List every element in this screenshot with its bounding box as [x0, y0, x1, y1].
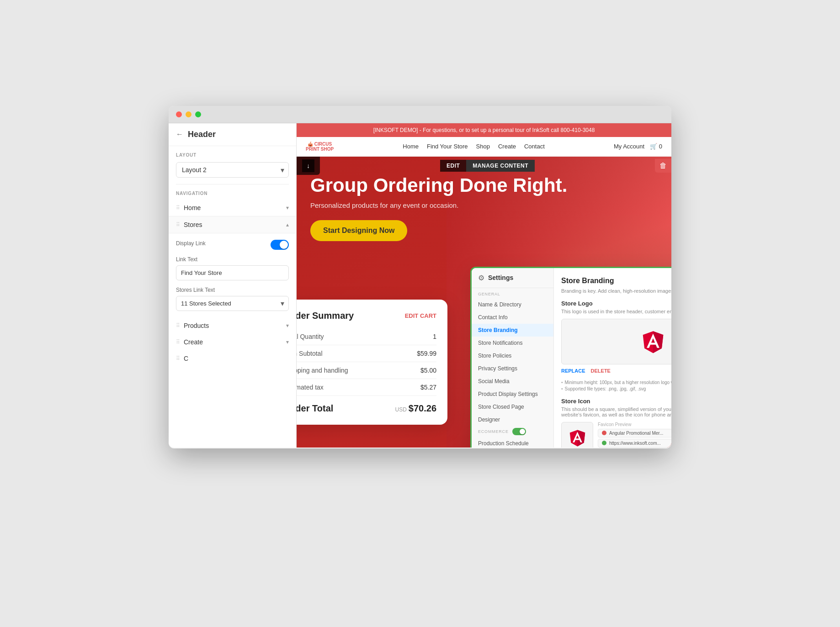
favicon-preview: Favicon Preview Angular Promotional Mer.… — [598, 422, 671, 448]
logo-preview-box — [561, 319, 671, 364]
order-subtotal-label: Item Subtotal — [297, 350, 323, 357]
svg-marker-1 — [653, 331, 663, 353]
angular-logo-image — [639, 328, 667, 355]
nav-item-create-label: Create — [184, 338, 203, 346]
close-dot[interactable] — [176, 111, 182, 117]
branding-logo-actions: REPLACE DELETE — [561, 368, 671, 374]
order-subtotal-value: $59.99 — [417, 350, 436, 357]
favicon-dot-green — [602, 441, 606, 445]
announcement-text: [INKSOFT DEMO] - For questions, or to se… — [373, 127, 595, 133]
branding-nav-designer[interactable]: Designer — [472, 413, 553, 426]
favicon-preview-label: Favicon Preview — [598, 422, 671, 427]
order-shipping-value: $5.00 — [420, 367, 436, 374]
nav-link-contact[interactable]: Contact — [524, 143, 545, 150]
store-logo-section-title: Store Logo — [561, 300, 671, 307]
branding-panel-inner: ⚙ Settings GENERAL Name & Directory Cont… — [472, 268, 671, 448]
nav-item-home[interactable]: ⠿ Home ▾ — [169, 200, 296, 216]
order-summary-panel: Order Summary EDIT CART Total Quantity 1… — [297, 300, 447, 425]
mac-window: ← Header LAYOUT Layout 2 Layout 1 Layout… — [169, 106, 671, 448]
branding-nav-privacy-settings[interactable]: Privacy Settings — [472, 362, 553, 375]
branding-main-title: Store Branding — [561, 277, 614, 285]
display-link-label: Display Link — [176, 240, 206, 247]
drag-handle-create: ⠿ — [176, 339, 180, 345]
nav-link-shop[interactable]: Shop — [476, 143, 490, 150]
order-tax-label: Estimated tax — [297, 384, 324, 391]
stores-link-text-select[interactable]: 11 Stores Selected — [176, 296, 289, 311]
nav-item-products[interactable]: ⠿ Products ▾ — [169, 317, 296, 334]
announcement-bar: [INKSOFT DEMO] - For questions, or to se… — [297, 123, 671, 137]
branding-nav-product-display[interactable]: Product Display Settings — [472, 388, 553, 400]
nav-item-home-left: ⠿ Home — [176, 204, 201, 211]
order-shipping-label: Shipping and handling — [297, 367, 348, 374]
favicon-dot-red — [602, 431, 606, 435]
branding-nav-store-notifications[interactable]: Store Notifications — [472, 337, 553, 349]
hero-cta-button[interactable]: Start Designing Now — [310, 220, 407, 241]
nav-item-stores-left: ⠿ Stores — [176, 221, 202, 228]
branding-nav-production-schedule[interactable]: Production Schedule — [472, 437, 553, 448]
my-account-link[interactable]: My Account — [614, 143, 644, 150]
order-total-amount: $70.26 — [409, 403, 436, 413]
order-total-currency: USD — [395, 406, 406, 413]
store-nav-right: My Account 🛒 0 — [614, 143, 662, 150]
branding-nav-contact-info[interactable]: Contact Info — [472, 311, 553, 324]
nav-link-create[interactable]: Create — [498, 143, 516, 150]
store-logo-text: 🎪 CIRCUS — [306, 142, 334, 147]
icon-preview-area: Favicon Preview Angular Promotional Mer.… — [561, 422, 671, 448]
display-link-toggle[interactable] — [271, 240, 289, 250]
branding-nav-social-media[interactable]: Social Media — [472, 375, 553, 388]
branding-sidebar-header: ⚙ Settings — [472, 268, 553, 288]
branding-nav-store-closed[interactable]: Store Closed Page — [472, 400, 553, 413]
nav-item-c-label: C — [184, 355, 188, 362]
nav-item-stores[interactable]: ⠿ Stores ▴ — [169, 216, 296, 233]
nav-item-products-left: ⠿ Products — [176, 322, 209, 329]
order-summary-title: Order Summary — [297, 311, 354, 321]
drag-handle-c: ⠿ — [176, 355, 180, 362]
branding-nav-name-directory[interactable]: Name & Directory — [472, 298, 553, 311]
ecommerce-toggle[interactable] — [512, 428, 526, 435]
nav-item-products-label: Products — [184, 322, 209, 329]
edit-bar-center: EDIT MANAGE CONTENT — [440, 160, 535, 172]
sidebar: ← Header LAYOUT Layout 2 Layout 1 Layout… — [169, 123, 297, 448]
ecommerce-section: ECOMMERCE — [472, 426, 553, 437]
move-down-button[interactable]: ↓ — [302, 159, 314, 172]
back-button[interactable]: ← — [176, 130, 183, 138]
chevron-up-icon-stores: ▴ — [286, 221, 289, 228]
edit-button[interactable]: EDIT — [440, 160, 466, 172]
ecommerce-label: ECOMMERCE — [478, 429, 509, 434]
branding-nav-store-branding[interactable]: Store Branding — [472, 324, 553, 337]
general-section-label: GENERAL — [472, 288, 553, 298]
order-total-line: Order Total USD$70.26 — [297, 396, 436, 414]
minimize-dot[interactable] — [186, 111, 191, 117]
nav-link-home[interactable]: Home — [403, 143, 419, 150]
hero-subtitle: Personalized products for any event or o… — [310, 201, 658, 209]
hero-content: Group Ordering Done Right. Personalized … — [310, 175, 658, 241]
branding-main: Store Branding ? Help SAVE & PUBLISH Bra… — [554, 268, 671, 448]
branding-nav-store-policies[interactable]: Store Policies — [472, 349, 553, 362]
mac-titlebar — [169, 106, 671, 123]
delete-logo-link[interactable]: DELETE — [591, 368, 611, 374]
branding-main-header: Store Branding ? Help SAVE & PUBLISH — [561, 275, 671, 286]
chevron-down-icon-home: ▾ — [286, 205, 289, 211]
stores-select-wrapper: 11 Stores Selected ▾ — [176, 296, 289, 311]
display-link-row: Display Link — [176, 240, 289, 250]
nav-item-create[interactable]: ⠿ Create ▾ — [169, 334, 296, 350]
layout-select[interactable]: Layout 2 Layout 1 Layout 3 — [176, 162, 289, 178]
link-text-label: Link Text — [176, 256, 289, 263]
replace-logo-link[interactable]: REPLACE — [561, 368, 585, 374]
edit-cart-link[interactable]: EDIT CART — [405, 312, 436, 319]
branding-hints: Minimum height: 100px, but a higher reso… — [561, 380, 671, 391]
svg-marker-3 — [577, 430, 585, 446]
maximize-dot[interactable] — [195, 111, 201, 117]
link-text-input[interactable] — [176, 265, 289, 280]
cart-link[interactable]: 🛒 0 — [650, 143, 662, 150]
nav-item-c[interactable]: ⠿ C — [169, 350, 296, 367]
nav-link-find-store[interactable]: Find Your Store — [427, 143, 468, 150]
order-total-value: USD$70.26 — [395, 403, 436, 414]
favicon-text-1: Angular Promotional Mer... — [609, 431, 663, 436]
delete-section-button[interactable]: 🗑 — [655, 159, 671, 173]
nav-item-c-left: ⠿ C — [176, 355, 188, 362]
nav-item-create-left: ⠿ Create — [176, 338, 203, 346]
store-branding-panel: ⚙ Settings GENERAL Name & Directory Cont… — [470, 267, 671, 448]
store-logo-sub: PRINT SHOP — [306, 147, 334, 152]
manage-content-button[interactable]: MANAGE CONTENT — [466, 160, 535, 172]
